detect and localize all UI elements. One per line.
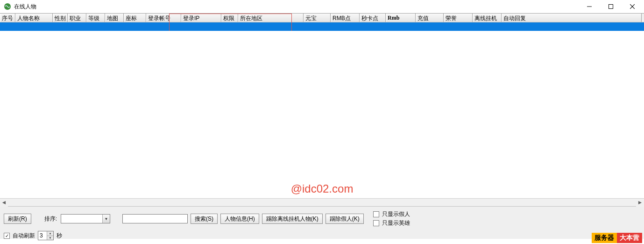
scroll-left-icon[interactable]: ◄ [0,199,8,207]
table-cell[interactable] [304,22,331,31]
table: 序号人物名称性别职业等级地图座标登录帐号登录IP权限所在地区元宝RMB点秒卡点R… [0,13,644,31]
table-cell[interactable] [238,22,304,31]
spin-up-icon[interactable]: ▲ [47,231,53,236]
column-header[interactable]: 登录帐号 [146,14,181,22]
spin-down-icon[interactable]: ▼ [47,236,53,240]
column-header[interactable]: 荣誉 [444,14,473,22]
interval-value: 3 [38,231,47,240]
table-cell[interactable] [53,22,68,31]
search-button[interactable]: 搜索(S) [191,214,218,224]
sort-label: 排序: [43,215,58,223]
table-cell[interactable] [473,22,502,31]
svg-rect-2 [609,5,613,9]
table-header: 序号人物名称性别职业等级地图座标登录帐号登录IP权限所在地区元宝RMB点秒卡点R… [0,14,644,22]
column-header[interactable]: 元宝 [304,14,331,22]
table-cell[interactable] [221,22,238,31]
table-cell[interactable] [124,22,146,31]
titlebar: 在线人物 [0,0,644,13]
table-cell[interactable] [444,22,473,31]
column-header[interactable]: 秒卡点 [360,14,386,22]
refresh-button[interactable]: 刷新(R) [4,214,31,224]
bottom-panel: 刷新(R) 排序: ▼ 搜索(S) 人物信息(H) 踢除离线挂机人物(K) 踢除… [0,206,644,239]
kick-fake-button[interactable]: 踢除假人(K) [326,214,364,224]
column-header[interactable]: 序号 [0,14,15,22]
table-cell[interactable] [181,22,221,31]
column-header[interactable]: RMB点 [331,14,360,22]
table-cell[interactable] [360,22,386,31]
column-header[interactable]: Rmb [386,14,416,22]
table-cell[interactable] [15,22,53,31]
table-cell[interactable] [146,22,181,31]
column-header[interactable]: 人物名称 [15,14,53,22]
corner-logo: 服务器 大本营 [592,233,642,243]
window-title: 在线人物 [14,3,36,11]
show-hero-checkbox[interactable] [373,220,379,226]
column-header[interactable]: 离线挂机 [473,14,502,22]
chevron-down-icon[interactable]: ▼ [102,215,110,223]
table-cell[interactable] [416,22,444,31]
scroll-right-icon[interactable]: ► [636,199,644,207]
horizontal-scrollbar[interactable]: ◄ ► [0,198,644,206]
charinfo-button[interactable]: 人物信息(H) [220,214,259,224]
kick-offline-button[interactable]: 踢除离线挂机人物(K) [262,214,323,224]
watermark: @idc02.com [291,182,354,195]
table-cell[interactable] [86,22,105,31]
column-header[interactable]: 权限 [221,14,238,22]
show-fake-checkbox[interactable] [373,211,379,217]
seconds-label: 秒 [56,232,63,240]
column-header[interactable]: 地图 [105,14,124,22]
search-input[interactable] [122,214,188,223]
sort-combo[interactable]: ▼ [61,214,110,223]
auto-refresh-interval[interactable]: 3 ▲ ▼ [38,231,54,240]
show-fake-label: 只显示假人 [381,210,411,218]
column-header[interactable]: 等级 [86,14,105,22]
minimize-button[interactable] [579,0,600,13]
column-header[interactable]: 职业 [68,14,86,22]
table-cell[interactable] [0,22,15,31]
table-cell[interactable] [502,22,642,31]
app-icon [4,3,11,10]
column-header[interactable]: 充值 [416,14,444,22]
table-cell[interactable] [331,22,360,31]
table-cell[interactable] [386,22,416,31]
table-cell[interactable] [105,22,124,31]
show-hero-label: 只显示英雄 [381,219,411,227]
column-header[interactable]: 自动回复 [502,14,642,22]
column-header[interactable]: 座标 [124,14,146,22]
sort-value [61,215,102,223]
logo-part-a: 服务器 [592,233,617,243]
maximize-button[interactable] [600,0,622,13]
auto-refresh-checkbox[interactable]: ✓ [4,233,10,239]
auto-refresh-label: 自动刷新 [12,232,36,240]
logo-part-b: 大本营 [617,233,642,243]
table-cell[interactable] [68,22,86,31]
column-header[interactable]: 性别 [53,14,68,22]
column-header[interactable]: 登录IP [181,14,221,22]
column-header[interactable]: 所在地区 [238,14,304,22]
content-area: @idc02.com [0,31,644,198]
table-row[interactable] [0,22,644,31]
window-controls [579,0,643,13]
close-button[interactable] [622,0,643,13]
